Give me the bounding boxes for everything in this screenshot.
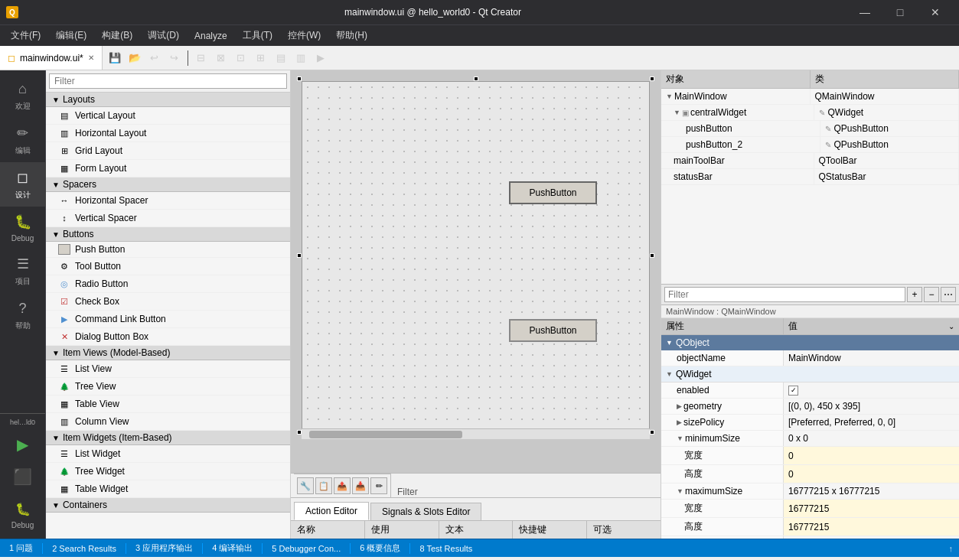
canvas-inner[interactable]: PushButton PushButton (302, 81, 650, 439)
category-buttons[interactable]: ▼ Buttons (46, 227, 290, 242)
toolbar-save-btn[interactable]: 💾 (106, 49, 124, 67)
category-item-widgets[interactable]: ▼ Item Widgets (Item-Based) (46, 431, 290, 445)
tree-row-maintoolbar[interactable]: mainToolBar QToolBar (661, 153, 959, 169)
sidebar-item-welcome[interactable]: ⌂ 欢迎 (0, 73, 46, 118)
toolbar-align4-btn[interactable]: ⊞ (252, 49, 270, 67)
widget-horizontal-layout[interactable]: ▥ Horizontal Layout (46, 125, 290, 142)
close-button[interactable]: ✕ (918, 0, 953, 24)
tab-signals-slots[interactable]: Signals & Slots Editor (370, 503, 481, 520)
maximize-button[interactable]: □ (882, 0, 918, 24)
file-tab-mainwindow[interactable]: ◻ mainwindow.ui* ✕ (0, 46, 103, 70)
sidebar-item-projects[interactable]: ☰ 项目 (0, 249, 46, 293)
category-item-views[interactable]: ▼ Item Views (Model-Based) (46, 346, 290, 360)
widget-radio-button[interactable]: ◎ Radio Button (46, 275, 290, 293)
props-more-btn[interactable]: ⋯ (941, 287, 956, 302)
sidebar-item-debug[interactable]: 🐛 Debug (0, 207, 46, 249)
widget-dialog-button-box[interactable]: ✕ Dialog Button Box (46, 328, 290, 346)
widget-vertical-layout[interactable]: ▤ Vertical Layout (46, 107, 290, 125)
props-minwidth-value[interactable]: 0 (784, 447, 959, 464)
action-tool-btn-4[interactable]: 📥 (352, 477, 369, 494)
toolbar-align5-btn[interactable]: ▤ (272, 49, 290, 67)
widget-horizontal-spacer[interactable]: ↔ Horizontal Spacer (46, 192, 290, 210)
menu-debug[interactable]: 调试(D) (140, 26, 187, 45)
props-section-qwidget[interactable]: ▼ QWidget (661, 366, 959, 383)
run-button[interactable]: ▶ (0, 429, 46, 460)
menu-controls[interactable]: 控件(W) (280, 26, 328, 45)
canvas-viewport[interactable]: PushButton PushButton (291, 70, 661, 473)
menu-tools[interactable]: 工具(T) (235, 26, 280, 45)
action-tool-btn-3[interactable]: 📤 (334, 477, 351, 494)
widget-tree-view[interactable]: 🌲 Tree View (46, 378, 290, 396)
widget-form-layout[interactable]: ▦ Form Layout (46, 160, 290, 177)
mainwindow-expand[interactable]: ▼ (666, 93, 673, 100)
widget-list-widget[interactable]: ☰ List Widget (46, 445, 290, 463)
props-filter-input[interactable] (664, 287, 905, 302)
props-remove-btn[interactable]: − (924, 287, 939, 302)
menu-file[interactable]: 文件(F) (3, 26, 48, 45)
menu-build[interactable]: 构建(B) (94, 26, 140, 45)
category-layouts[interactable]: ▼ Layouts (46, 93, 290, 107)
widget-tree-widget[interactable]: 🌲 Tree Widget (46, 463, 290, 480)
status-search[interactable]: 2 Search Results (49, 544, 119, 553)
widget-tool-button[interactable]: ⚙ Tool Button (46, 258, 290, 275)
status-app-output[interactable]: 3 应用程序输出 (132, 542, 196, 554)
debug-run-button[interactable]: 🐛 Debug (0, 493, 46, 536)
toolbar-open-btn[interactable]: 📂 (126, 49, 144, 67)
props-objectname-value[interactable]: MainWindow (784, 350, 959, 366)
tree-row-mainwindow[interactable]: ▼ MainWindow QMainWindow (661, 89, 959, 105)
tree-row-pushbutton2[interactable]: pushButton_2 ✎ QPushButton (661, 137, 959, 153)
props-section-qobject[interactable]: ▼ QObject (661, 335, 959, 350)
widget-list-view[interactable]: ☰ List View (46, 360, 290, 378)
props-enabled-value[interactable]: ✓ (784, 383, 959, 398)
canvas-pushbutton-1[interactable]: PushButton (509, 181, 597, 204)
widget-vertical-spacer[interactable]: ↕ Vertical Spacer (46, 210, 290, 227)
canvas-scrollbar-thumb-h[interactable] (309, 431, 462, 438)
widget-check-box[interactable]: ☑ Check Box (46, 293, 290, 311)
menu-help[interactable]: 帮助(H) (328, 26, 375, 45)
toolbar-align6-btn[interactable]: ▥ (292, 49, 310, 67)
category-containers[interactable]: ▼ Containers (46, 498, 290, 513)
toolbar-preview-btn[interactable]: ▶ (312, 49, 330, 67)
action-tool-btn-1[interactable]: 🔧 (297, 477, 314, 494)
menu-analyze[interactable]: Analyze (187, 28, 235, 44)
tree-row-pushbutton[interactable]: pushButton ✎ QPushButton (661, 121, 959, 137)
widget-push-button[interactable]: Push Button (46, 242, 290, 258)
action-tool-btn-5[interactable]: ✏ (370, 477, 387, 494)
toolbar-align-btn[interactable]: ⊟ (192, 49, 210, 67)
status-overview[interactable]: 6 概要信息 (357, 542, 403, 554)
qwidget-expand[interactable]: ▼ (666, 370, 673, 378)
centralwidget-expand[interactable]: ▼ (674, 109, 680, 116)
file-tab-close[interactable]: ✕ (88, 54, 94, 62)
sidebar-item-design[interactable]: ◻ 设计 (0, 162, 46, 207)
maximumsize-expand[interactable]: ▼ (677, 487, 683, 495)
props-sizepolicy-value[interactable]: [Preferred, Preferred, 0, 0] (784, 415, 959, 430)
tree-row-statusbar[interactable]: statusBar QStatusBar (661, 169, 959, 185)
status-debugger[interactable]: 5 Debugger Con... (269, 544, 344, 553)
widget-column-view[interactable]: ▥ Column View (46, 413, 290, 431)
sizepolicy-expand[interactable]: ▶ (677, 418, 682, 426)
status-compile[interactable]: 4 编译输出 (209, 542, 256, 554)
toolbar-align2-btn[interactable]: ⊠ (212, 49, 230, 67)
widget-table-widget[interactable]: ▦ Table Widget (46, 480, 290, 498)
toolbar-redo-btn[interactable]: ↪ (165, 49, 184, 67)
minimize-button[interactable]: — (847, 0, 882, 24)
toolbar-undo-btn[interactable]: ↩ (145, 49, 164, 67)
widget-command-link-button[interactable]: ▶ Command Link Button (46, 311, 290, 328)
tree-row-centralwidget[interactable]: ▼ ▣ centralWidget ✎ QWidget (661, 105, 959, 121)
props-maxwidth-value[interactable]: 16777215 (784, 500, 959, 517)
props-geometry-value[interactable]: [(0, 0), 450 x 395] (784, 399, 959, 414)
widget-filter-input[interactable] (49, 73, 287, 89)
sidebar-item-help[interactable]: ? 帮助 (0, 293, 46, 337)
sidebar-item-edit[interactable]: ✏ 编辑 (0, 118, 46, 162)
tab-action-editor[interactable]: Action Editor (294, 502, 369, 520)
toolbar-align3-btn[interactable]: ⊡ (232, 49, 250, 67)
stop-button[interactable]: ⬛ (0, 461, 46, 492)
canvas-pushbutton-2[interactable]: PushButton (509, 319, 597, 342)
enabled-checkbox[interactable]: ✓ (788, 386, 798, 396)
qobject-expand[interactable]: ▼ (666, 339, 673, 347)
props-add-btn[interactable]: + (907, 287, 922, 302)
geometry-expand[interactable]: ▶ (677, 402, 682, 410)
props-maxheight-value[interactable]: 16777215 (784, 518, 959, 536)
category-spacers[interactable]: ▼ Spacers (46, 177, 290, 192)
minimumsize-expand[interactable]: ▼ (677, 435, 683, 442)
